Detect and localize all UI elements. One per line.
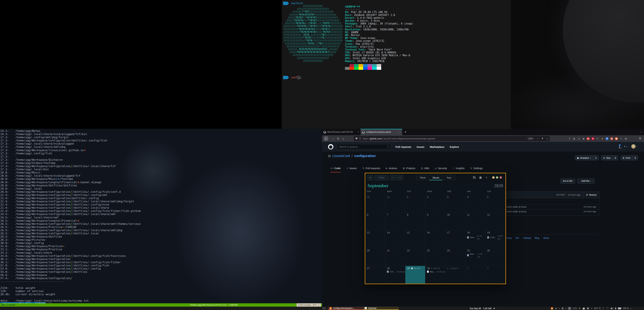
- calendar-day-26[interactable]: 26: [486, 248, 506, 266]
- calendar-day-2[interactable]: 2: [466, 266, 485, 284]
- net-speed[interactable]: 4.21: [573, 307, 577, 310]
- calendar-day-14[interactable]: 14: [385, 230, 405, 248]
- star-button[interactable]: ☆Star0: [601, 155, 618, 160]
- adblock-ext-icon[interactable]: A: [591, 137, 594, 140]
- calendar-day-1[interactable]: 1≡16.2 °C: [446, 266, 466, 284]
- workspace-badge[interactable]: 1: [568, 307, 571, 310]
- window-minimize-dot[interactable]: [492, 176, 494, 179]
- alacritty-terminal-neofetch[interactable]: ~ neofetch ///////////// ///////////////…: [282, 0, 511, 129]
- calendar-day-29[interactable]: 2916.4 °C: [405, 266, 425, 284]
- calendar-day-4[interactable]: 4: [466, 194, 485, 212]
- fork-button[interactable]: ⋔Fork0: [620, 155, 638, 160]
- calendar-day-3[interactable]: 3: [446, 194, 466, 212]
- windows-overlap-icon[interactable]: ▣: [587, 307, 589, 310]
- calendar-day-28[interactable]: 28UTr…02:00 pm: [385, 266, 405, 284]
- calendar-day-11[interactable]: 11: [466, 212, 485, 230]
- calendar-day-15[interactable]: 15: [405, 230, 425, 248]
- forward-button[interactable]: →: [332, 137, 334, 140]
- repo-tab-insights[interactable]: ∿Insights: [453, 164, 464, 172]
- repo-owner-link[interactable]: LinuxIsCool: [332, 154, 350, 158]
- github-logo-icon[interactable]: [328, 144, 334, 150]
- calendar-day-24[interactable]: 24: [446, 248, 466, 266]
- calendar-day-3[interactable]: 3: [486, 266, 506, 284]
- calendar-day-19[interactable]: 19LAD…03:00 pm: [486, 230, 506, 248]
- view-week[interactable]: Week: [416, 175, 429, 180]
- zoom-level-badge[interactable]: 110%: [526, 137, 534, 140]
- new-tab-button[interactable]: +: [402, 129, 409, 135]
- repo-name-link[interactable]: configuration: [354, 154, 376, 158]
- window-close-dot[interactable]: [500, 176, 502, 179]
- calendar-event[interactable]: Mar…01:00 pm: [425, 270, 445, 273]
- repo-tab-projects[interactable]: ▦Projects: [403, 164, 415, 172]
- caret-down-icon[interactable]: ▾: [566, 307, 566, 310]
- panel-clock[interactable]: Tue Sep 29 1:02 AM: [470, 307, 495, 310]
- calendar-day-17[interactable]: 17: [446, 230, 466, 248]
- footer-link[interactable]: About: [543, 237, 549, 239]
- dark-ext-icon[interactable]: ☾: [596, 137, 599, 140]
- coffee-icon[interactable]: ☕: [582, 307, 585, 310]
- caret-up-icon[interactable]: ▴: [630, 307, 631, 310]
- page-actions-icon[interactable]: ⋯: [537, 137, 539, 140]
- account-icon[interactable]: ◉: [582, 137, 585, 140]
- go-to-file-button[interactable]: Go to file: [560, 178, 575, 184]
- footer-link[interactable]: Blog: [535, 237, 539, 239]
- home-weather-icon[interactable]: ⌂: [591, 307, 592, 310]
- calendar-day-2[interactable]: 2: [425, 194, 445, 212]
- footer-link[interactable]: API: [516, 237, 519, 239]
- sidebar-icon[interactable]: ◫: [577, 137, 580, 140]
- calendar-day-10[interactable]: 10: [446, 212, 466, 230]
- repo-tab-wiki[interactable]: ▤Wiki: [421, 164, 429, 172]
- calendar-day-25[interactable]: 25Kiss …11:00 am: [466, 248, 485, 266]
- calendar-day-31[interactable]: 31: [385, 194, 405, 212]
- list-all-tabs-icon[interactable]: ⌄: [640, 130, 642, 133]
- calendar-day-23[interactable]: 23: [425, 248, 445, 266]
- night-light-icon[interactable]: ☾: [602, 307, 604, 310]
- download-icon[interactable]: ↓: [568, 137, 571, 140]
- view-month[interactable]: Month: [429, 175, 442, 180]
- next-month-button[interactable]: ›: [397, 175, 403, 180]
- window-maximize-dot[interactable]: [496, 176, 498, 179]
- wifi-icon[interactable]: ◠: [606, 307, 608, 310]
- caret-down-icon[interactable]: ▾: [559, 307, 560, 310]
- add-file-button[interactable]: Add file ▾: [577, 178, 595, 184]
- duckduckgo-ext-icon[interactable]: ●: [615, 137, 618, 140]
- metamask-ext-icon[interactable]: ◆: [601, 137, 604, 140]
- prompt-line-2[interactable]: ~ config: [283, 76, 301, 79]
- firefox-flame-icon[interactable]: [551, 307, 553, 310]
- send-plane-icon[interactable]: ➤: [579, 307, 580, 310]
- calendar-day-18[interactable]: 18Sam…02:30 pm: [466, 230, 485, 248]
- commit-hash[interactable]: 4e7f957: [556, 194, 566, 196]
- calendars-grid-icon[interactable]: ▦: [479, 176, 482, 179]
- repo-tab-actions[interactable]: ▶Actions: [386, 164, 397, 172]
- github-search-input[interactable]: Search or jump to.../: [337, 144, 391, 150]
- notifications-bell-icon[interactable]: [619, 145, 620, 148]
- close-tab-icon[interactable]: ×: [358, 131, 359, 133]
- calendar-day-27[interactable]: 27: [365, 266, 385, 284]
- calendar-event[interactable]: Sam…02:30 pm: [466, 234, 485, 240]
- library-icon[interactable]: ▥: [572, 137, 576, 140]
- home-button[interactable]: ⌂: [342, 137, 344, 140]
- show-applications-icon[interactable]: [322, 307, 326, 310]
- create-new-button[interactable]: + ▾: [624, 145, 627, 148]
- tracking-shield-icon[interactable]: [356, 138, 358, 140]
- profile-menu[interactable]: ▾: [631, 144, 637, 149]
- github-nav-marketplace[interactable]: Marketplace: [430, 146, 444, 148]
- footer-link[interactable]: Training: [523, 237, 531, 239]
- history-button[interactable]: ↺History: [583, 194, 599, 196]
- github-nav-issues[interactable]: Issues: [416, 146, 424, 148]
- calendar-day-30[interactable]: 30: [365, 194, 385, 212]
- calendar-day-16[interactable]: 16: [425, 230, 445, 248]
- today-button[interactable]: Today: [374, 175, 389, 180]
- calendar-day-1[interactable]: 1: [405, 194, 425, 212]
- calendar-event[interactable]: Kiss …11:00 am: [466, 252, 485, 258]
- calendar-day-21[interactable]: 21: [385, 248, 405, 266]
- repo-tab-code[interactable]: <>Code: [330, 164, 340, 172]
- temperature[interactable]: 14.7 °C: [594, 307, 601, 310]
- unwatch-button[interactable]: ◉Unwatch▾1: [575, 155, 599, 160]
- new-event-button[interactable]: +: [367, 175, 373, 180]
- notes-ext-icon[interactable]: ▤: [624, 137, 628, 140]
- calendar-day-9[interactable]: 9: [425, 212, 445, 230]
- calendar-day-8[interactable]: 8: [405, 212, 425, 230]
- calendar-day-6[interactable]: 6: [365, 212, 385, 230]
- repo-tab-issues[interactable]: ⊙Issues: [346, 164, 357, 172]
